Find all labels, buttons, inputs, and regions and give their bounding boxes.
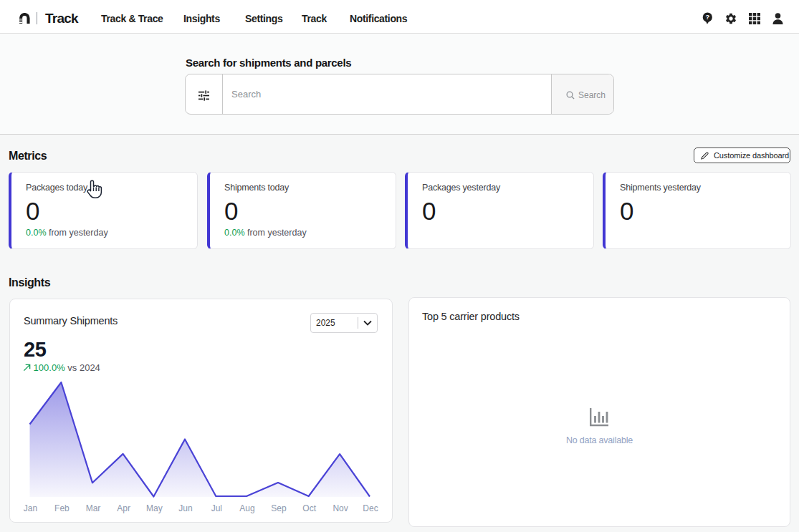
- svg-text:Jun: Jun: [178, 503, 192, 513]
- svg-text:Oct: Oct: [302, 503, 316, 513]
- svg-text:Mar: Mar: [86, 503, 101, 513]
- svg-text:Dec: Dec: [363, 503, 378, 513]
- svg-text:Aug: Aug: [239, 503, 254, 513]
- svg-text:Sep: Sep: [271, 503, 287, 513]
- svg-text:?: ?: [705, 13, 709, 21]
- svg-text:Jan: Jan: [24, 503, 37, 513]
- svg-text:May: May: [146, 503, 163, 513]
- svg-text:Nov: Nov: [332, 503, 348, 513]
- svg-text:Jul: Jul: [211, 503, 222, 513]
- svg-text:Apr: Apr: [117, 503, 130, 513]
- svg-text:Feb: Feb: [54, 503, 70, 513]
